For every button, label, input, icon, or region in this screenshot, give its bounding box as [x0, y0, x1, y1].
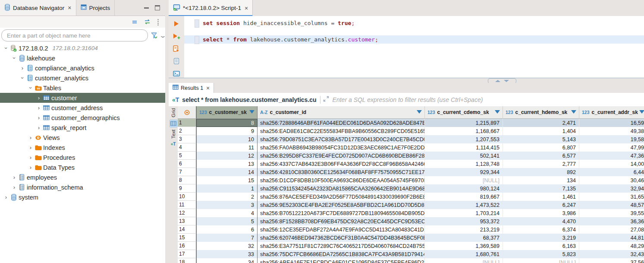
cell-c_customer_id[interactable]: sha256:8F1528BB708DF69EB475DC92A8C20EC44… [258, 217, 425, 225]
tree-item-data-types[interactable]: ›Data Types [0, 162, 165, 172]
cell-c_current_addr_sk[interactable]: 31,65 [579, 193, 644, 201]
tree-item-views[interactable]: ›Views [0, 133, 165, 143]
tree-item-customer-demographics[interactable]: ›customer_demographics [0, 113, 165, 123]
cell-c_customer_id[interactable]: sha256:D1CDF8DBB10F500EA9693C86DE6DEAA05… [258, 176, 425, 184]
cell-c_current_addr_sk[interactable]: 32,43 [579, 250, 644, 258]
cell-c_current_cdemo_sk[interactable]: 1,168,667 [425, 127, 503, 135]
tree-item-spark-report[interactable]: ›spark_report [0, 123, 165, 133]
row-number[interactable]: 9 [178, 184, 196, 193]
collapse-all-icon[interactable] [132, 19, 138, 25]
cell-c_customer_id[interactable]: sha256:75DC7FCB6686EDA72565C1B838CA7FC43… [258, 250, 425, 258]
tree-item-customer-address[interactable]: ›customer_address [0, 103, 165, 113]
cell-c_customer_id[interactable]: sha256:72888646ABF61FA044EDEC061D6DA5A09… [258, 119, 425, 127]
tab-database-navigator[interactable]: Database Navigator × [0, 0, 76, 16]
cell-c_customer_id[interactable]: sha256:79D08751C3EA7C83BA57D177E00413D0C… [258, 135, 425, 143]
cell-c_current_hdemo_sk[interactable]: 4,470 [503, 217, 579, 225]
cell-c_current_hdemo_sk[interactable]: 5,823 [503, 250, 579, 258]
expand-filter-icon[interactable] [323, 96, 329, 104]
tree-item-172-18-0-2[interactable]: ›172.18.0.2172.18.0.2:31604 [0, 43, 165, 53]
cell-c_customer_id[interactable]: sha256:B705122120A673FC7DE6889727DB11809… [258, 209, 425, 217]
link-editor-icon[interactable] [144, 19, 151, 25]
cell-c_customer_sk[interactable]: 11 [196, 143, 258, 152]
explain-icon[interactable] [173, 57, 179, 65]
cell-c_current_cdemo_sk[interactable]: 1,473,522 [425, 201, 503, 209]
cell-c_current_addr_sk[interactable]: 16,59 [579, 119, 644, 127]
cell-c_current_cdemo_sk[interactable]: 213,219 [425, 225, 503, 234]
column-filter-dropdown-icon[interactable] [571, 110, 576, 114]
cell-c_current_addr_sk[interactable]: 6,44 [579, 168, 644, 176]
cell-c_current_addr_sk[interactable]: 37,56 [579, 258, 644, 263]
tree-item-tables[interactable]: ›Tables [0, 83, 165, 93]
column-filter-dropdown-icon[interactable] [639, 110, 644, 114]
cell-c_customer_sk[interactable]: 32 [196, 242, 258, 250]
tree-item-system[interactable]: ›system [0, 192, 165, 202]
cell-c_customer_id[interactable]: sha256:ABEA16E7E1ECBDCA6E01CE1095D84E37C… [258, 258, 425, 263]
cell-c_current_hdemo_sk[interactable]: 6,807 [503, 143, 579, 152]
row-number[interactable]: 10 [178, 193, 196, 201]
cell-c_current_cdemo_sk[interactable]: 1,369,589 [425, 242, 503, 250]
cell-c_current_addr_sk[interactable]: 14,00 [579, 160, 644, 168]
row-number[interactable]: 12 [178, 209, 196, 217]
cell-c_customer_sk[interactable]: 33 [196, 250, 258, 258]
cell-c_customer_sk[interactable]: 2 [196, 193, 258, 201]
tab-script-1[interactable]: *<172.18.0.2> Script-1 × [169, 0, 253, 16]
cell-c_current_hdemo_sk[interactable]: 6,374 [503, 225, 579, 234]
row-number[interactable]: 8 [178, 176, 196, 184]
close-icon[interactable]: × [206, 85, 210, 92]
cell-c_current_cdemo_sk[interactable]: 68,377 [425, 234, 503, 242]
row-number[interactable]: 17 [178, 250, 196, 258]
cell-c_current_addr_sk[interactable]: 47,36 [579, 152, 644, 160]
cell-c_customer_id[interactable]: sha256:B295D8FC337E9E4FECD0725D907ACD6B6… [258, 152, 425, 160]
chevron-collapsed-icon[interactable]: › [27, 144, 34, 151]
chevron-collapsed-icon[interactable]: › [3, 194, 9, 200]
row-number[interactable]: 2 [178, 127, 196, 135]
cell-c_current_hdemo_sk[interactable]: 6,247 [503, 201, 579, 209]
kebab-menu-icon[interactable] [157, 19, 159, 25]
cell-c_customer_id[interactable]: sha256:EAD8E61C8C22E555834FBBA9B60556CB2… [258, 127, 425, 135]
cell-c_customer_sk[interactable]: 34 [196, 258, 258, 263]
cell-c_customer_id[interactable]: sha256:42810C83B0360CE125634F068BAF8FF75… [258, 168, 425, 176]
chevron-collapsed-icon[interactable]: › [35, 114, 42, 121]
filter-funnel-icon[interactable] [151, 32, 158, 39]
cell-c_customer_id[interactable]: sha256:876ACE5EFED349A2D56F77D5084891433… [258, 193, 425, 201]
tree-item-procedures[interactable]: ›Procedures [0, 152, 165, 162]
cell-c_current_cdemo_sk[interactable]: 502,141 [425, 152, 503, 160]
column-header-c_current_cdemo_sk[interactable]: 123c_current_cdemo_sk [425, 106, 503, 119]
cell-c_current_cdemo_sk[interactable]: 953,372 [425, 217, 503, 225]
row-number[interactable]: 16 [178, 242, 196, 250]
column-header-c_customer_sk[interactable]: 123c_customer_sk [196, 106, 258, 119]
maximize-icon[interactable] [155, 5, 160, 10]
cell-c_current_hdemo_sk[interactable]: 2,777 [503, 160, 579, 168]
row-number[interactable]: 1 [178, 119, 196, 127]
code-line-1[interactable]: set session hide_inaccessible_columns = … [184, 19, 644, 27]
tree-item-employees[interactable]: ›employees [0, 172, 165, 182]
cell-c_current_cdemo_sk[interactable]: 1,703,214 [425, 209, 503, 217]
row-selector-header[interactable] [178, 106, 196, 119]
chevron-collapsed-icon[interactable]: › [35, 105, 42, 111]
run-script-icon[interactable] [173, 45, 180, 52]
cell-c_current_addr_sk[interactable]: 48,57 [579, 201, 644, 209]
row-number[interactable]: 14 [178, 225, 196, 234]
cell-c_current_hdemo_sk[interactable]: 2,471 [503, 119, 579, 127]
chevron-collapsed-icon[interactable]: › [27, 154, 34, 161]
cell-c_customer_id[interactable]: sha256:4337C7AB6432E3B06FF4A3636FD2F8CC8… [258, 160, 425, 168]
chevron-expanded-icon[interactable]: › [3, 45, 9, 52]
results-filterbar[interactable]: «T select * from lakehouse.customer_anal… [169, 93, 644, 107]
column-header-c_customer_id[interactable]: A-Zc_customer_id [258, 106, 425, 119]
chevron-collapsed-icon[interactable]: › [27, 164, 34, 171]
code-line-2[interactable] [184, 27, 644, 35]
row-number[interactable]: 18 [178, 258, 196, 263]
cell-c_current_addr_sk[interactable]: 39,55 [579, 209, 644, 217]
cell-c_current_hdemo_sk[interactable]: 134 [503, 176, 579, 184]
run-new-tab-icon[interactable] [173, 32, 180, 40]
close-icon[interactable]: × [68, 4, 71, 11]
chevron-expanded-icon[interactable]: › [11, 55, 18, 62]
chevron-collapsed-icon[interactable]: › [11, 184, 18, 190]
chevron-expanded-icon[interactable]: › [28, 85, 34, 92]
side-tab-text-label[interactable]: Text [171, 130, 176, 139]
column-filter-dropdown-icon[interactable] [417, 110, 422, 114]
row-number[interactable]: 4 [178, 143, 196, 152]
chevron-collapsed-icon[interactable]: › [11, 174, 18, 181]
cell-c_current_hdemo_sk[interactable]: 6,577 [503, 152, 579, 160]
cell-c_current_hdemo_sk[interactable]: 3,219 [503, 234, 579, 242]
